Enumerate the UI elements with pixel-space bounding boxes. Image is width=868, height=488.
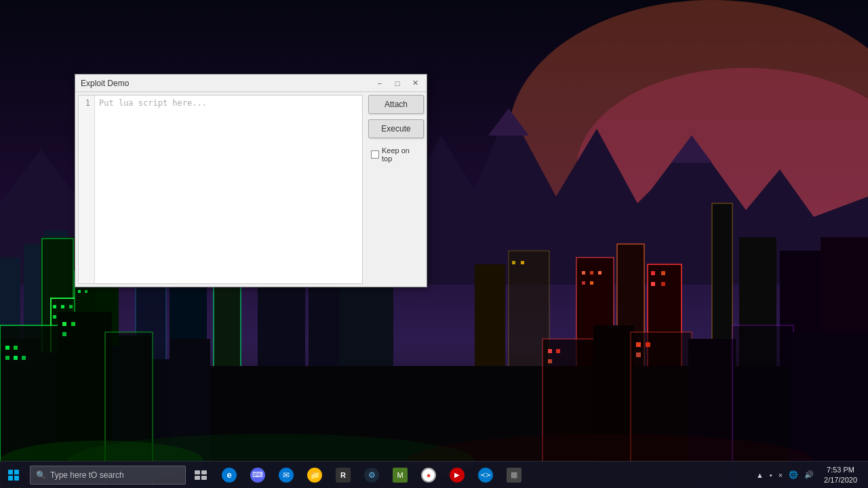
task-view-icon (195, 470, 207, 480)
svg-rect-72 (14, 346, 18, 350)
keep-on-top-checkbox[interactable] (371, 150, 379, 159)
system-tray: ▲ • × 🌐 🔊 7:53 PM 2/17/2020 (749, 462, 868, 489)
tray-network[interactable]: 🌐 (787, 469, 800, 481)
svg-rect-38 (78, 290, 81, 293)
taskbar-app-icons: e ⌨ ✉ 📁 R ⚙ M ● ▶ (213, 462, 749, 489)
tray-volume[interactable]: 🔊 (802, 469, 816, 481)
task-view-button[interactable] (189, 462, 213, 489)
svg-rect-77 (71, 322, 75, 326)
tray-dot1: • (768, 470, 774, 481)
taskbar-search[interactable]: 🔍 Type here tO search (30, 466, 186, 485)
svg-rect-45 (651, 271, 655, 275)
svg-rect-80 (556, 349, 560, 353)
start-button[interactable] (0, 462, 27, 489)
svg-rect-91 (201, 476, 207, 480)
taskbar-icon-discord[interactable]: ⌨ (244, 462, 271, 489)
taskbar-icon-roblox[interactable]: R (330, 462, 357, 489)
close-button[interactable]: ✕ (406, 76, 424, 91)
svg-rect-44 (590, 281, 593, 285)
svg-rect-82 (636, 342, 641, 347)
svg-rect-90 (195, 476, 200, 480)
taskbar-icon-steam[interactable]: ⚙ (358, 462, 385, 489)
taskbar-icon-media[interactable]: ▶ (443, 462, 471, 489)
taskbar-icon-explorer[interactable]: 📁 (301, 462, 328, 489)
tray-chevron[interactable]: ▲ (754, 470, 766, 481)
keep-on-top-label: Keep on top (382, 146, 421, 163)
svg-rect-48 (661, 282, 665, 286)
windows-logo-icon (8, 470, 19, 481)
svg-rect-42 (598, 271, 601, 274)
svg-rect-46 (661, 271, 665, 275)
svg-rect-47 (651, 282, 655, 286)
svg-rect-43 (582, 281, 585, 285)
taskbar-search-icon: 🔍 (36, 470, 46, 480)
editor-content[interactable]: Put lua script here... (95, 96, 362, 283)
svg-rect-31 (53, 305, 56, 308)
line-numbers: 1 (79, 96, 95, 283)
svg-rect-40 (582, 271, 585, 274)
svg-rect-84 (636, 352, 641, 357)
minimize-button[interactable]: − (371, 76, 389, 91)
svg-rect-89 (201, 470, 207, 474)
tray-date-text: 2/17/2020 (824, 475, 857, 485)
attach-button[interactable]: Attach (368, 95, 424, 114)
tray-clock[interactable]: 7:53 PM 2/17/2020 (818, 465, 863, 485)
execute-button[interactable]: Execute (368, 119, 424, 138)
tray-icons: ▲ • × 🌐 🔊 (754, 469, 816, 481)
svg-rect-76 (62, 322, 66, 326)
sidebar-panel: Attach Execute Keep on top (366, 92, 427, 287)
taskbar-search-text: Type here tO search (50, 470, 124, 480)
svg-rect-34 (53, 315, 56, 319)
maximize-button[interactable]: □ (389, 76, 406, 91)
svg-rect-74 (14, 356, 18, 360)
taskbar-icon-mail[interactable]: ✉ (273, 462, 300, 489)
script-editor[interactable]: 1 Put lua script here... (78, 95, 363, 284)
svg-rect-71 (5, 346, 9, 350)
window-titlebar: Exploit Demo − □ ✕ (75, 75, 427, 92)
svg-rect-39 (85, 290, 87, 293)
taskbar-icon-edge[interactable]: e (216, 462, 243, 489)
svg-rect-79 (548, 349, 552, 353)
tray-x[interactable]: × (776, 470, 785, 481)
svg-rect-75 (22, 356, 26, 360)
svg-rect-41 (590, 271, 593, 274)
exploit-demo-window: Exploit Demo − □ ✕ 1 Put lua script here… (75, 74, 427, 287)
svg-rect-53 (521, 261, 524, 264)
editor-placeholder: Put lua script here... (99, 98, 207, 108)
svg-rect-32 (61, 305, 64, 308)
svg-rect-81 (548, 359, 552, 363)
taskbar-icon-chrome[interactable]: ● (415, 462, 442, 489)
tray-time-text: 7:53 PM (827, 465, 854, 474)
window-controls: − □ ✕ (371, 76, 424, 91)
taskbar-icon-extra[interactable]: ▦ (500, 462, 528, 489)
taskbar-icon-minecraft[interactable]: M (387, 462, 414, 489)
svg-rect-88 (195, 470, 200, 474)
window-title: Exploit Demo (81, 79, 129, 88)
taskbar-icon-vscode[interactable]: ≺≻ (472, 462, 499, 489)
svg-rect-73 (5, 356, 9, 360)
svg-rect-52 (512, 261, 515, 264)
svg-rect-78 (62, 332, 66, 336)
window-body: 1 Put lua script here... Attach Execute … (75, 92, 427, 287)
keep-on-top-option: Keep on top (368, 144, 424, 165)
svg-rect-33 (69, 305, 73, 308)
taskbar: 🔍 Type here tO search e ⌨ ✉ 📁 R (0, 461, 868, 488)
svg-rect-83 (646, 342, 650, 347)
